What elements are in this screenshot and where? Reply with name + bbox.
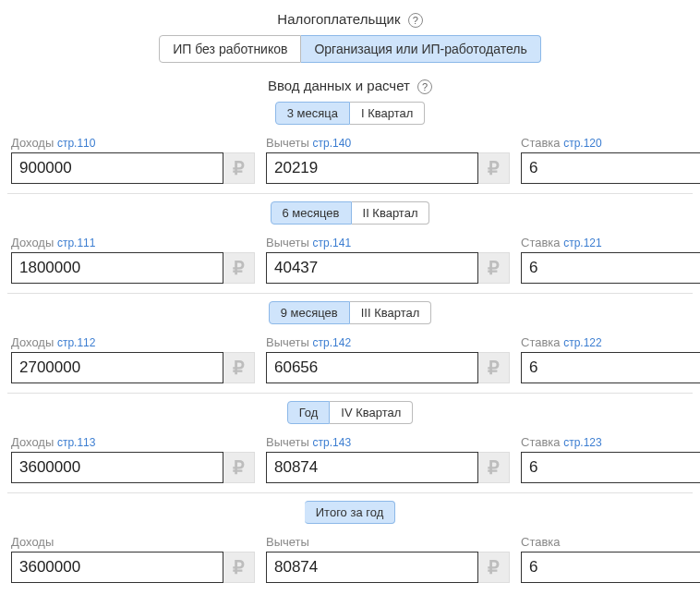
deduct-page-ref: стр.141 <box>313 237 352 249</box>
period-toggle: 9 месяцевIII Квартал <box>7 301 693 324</box>
rate-input[interactable] <box>521 452 700 483</box>
ruble-icon: ₽ <box>478 252 510 284</box>
period-tab[interactable]: 6 месяцев <box>271 201 352 225</box>
total-rate-input[interactable] <box>521 552 700 583</box>
income-input[interactable] <box>11 152 223 184</box>
deduct-label: Вычеты стр.142 <box>266 335 510 349</box>
taxpayer-toggle: ИП без работников Организация или ИП-раб… <box>7 35 693 63</box>
help-icon[interactable]: ? <box>417 79 432 94</box>
total-toggle: Итого за год <box>7 501 693 524</box>
ruble-icon: ₽ <box>223 252 255 284</box>
period-row: Доходы стр.112₽Вычеты стр.142₽Ставка стр… <box>7 332 693 394</box>
ruble-icon: ₽ <box>223 152 255 184</box>
total-tab[interactable]: Итого за год <box>305 501 395 524</box>
rate-label: Ставка стр.121 <box>521 236 700 249</box>
period-row: Доходы стр.111₽Вычеты стр.141₽Ставка стр… <box>7 232 693 294</box>
rate-label-text: Ставка <box>521 435 561 449</box>
rate-label-text: Ставка <box>521 236 561 249</box>
taxpayer-title: Налогоплательщик ? <box>7 11 693 28</box>
period-tab[interactable]: 3 месяца <box>275 102 350 125</box>
income-label: Доходы стр.113 <box>11 435 255 449</box>
deduct-input[interactable] <box>266 352 478 383</box>
deduct-label-text: Вычеты <box>266 236 309 249</box>
period-tab[interactable]: IV Квартал <box>330 401 413 424</box>
period-toggle: ГодIV Квартал <box>7 401 693 424</box>
ruble-icon: ₽ <box>223 452 255 483</box>
rate-label: Ставка стр.123 <box>521 435 700 449</box>
deduct-input[interactable] <box>266 452 478 483</box>
total-row: Доходы₽Вычеты₽Ставка%Налог₽ <box>7 531 693 592</box>
income-label-text: Доходы <box>11 136 54 150</box>
deduct-page-ref: стр.140 <box>313 137 352 150</box>
total-rate-label: Ставка <box>521 535 700 549</box>
rate-label-text: Ставка <box>521 335 561 349</box>
help-icon[interactable]: ? <box>408 13 423 28</box>
total-rate-label-text: Ставка <box>521 535 561 549</box>
period-tab[interactable]: I Квартал <box>350 102 425 125</box>
rate-page-ref: стр.121 <box>563 237 602 249</box>
rate-page-ref: стр.122 <box>563 336 602 349</box>
deduct-label-text: Вычеты <box>266 136 309 150</box>
deduct-label: Вычеты стр.141 <box>266 236 510 249</box>
income-label-text: Доходы <box>11 435 54 449</box>
ruble-icon: ₽ <box>478 352 510 383</box>
income-input[interactable] <box>11 352 223 383</box>
ruble-icon: ₽ <box>478 452 510 483</box>
ruble-icon: ₽ <box>478 552 510 583</box>
income-label: Доходы стр.110 <box>11 136 255 150</box>
deduct-label-text: Вычеты <box>266 335 309 349</box>
deduct-label-text: Вычеты <box>266 435 309 449</box>
income-label: Доходы стр.111 <box>11 236 255 249</box>
ruble-icon: ₽ <box>223 352 255 383</box>
deduct-label: Вычеты стр.140 <box>266 136 510 150</box>
period-tab[interactable]: Год <box>287 401 331 424</box>
income-page-ref: стр.110 <box>57 137 96 150</box>
deduct-page-ref: стр.142 <box>313 336 352 349</box>
period-tab[interactable]: 9 месяцев <box>269 301 350 324</box>
income-label-text: Доходы <box>11 236 54 249</box>
ruble-icon: ₽ <box>223 552 255 583</box>
income-page-ref: стр.112 <box>57 336 96 349</box>
rate-input[interactable] <box>521 252 700 284</box>
income-input[interactable] <box>11 252 223 284</box>
income-label: Доходы стр.112 <box>11 335 255 349</box>
period-toggle: 6 месяцевII Квартал <box>7 201 693 225</box>
taxpayer-title-text: Налогоплательщик <box>277 11 400 27</box>
total-deduct-label-text: Вычеты <box>266 535 309 549</box>
period-tab[interactable]: II Квартал <box>352 201 430 225</box>
deduct-input[interactable] <box>266 152 478 184</box>
period-toggle: 3 месяцаI Квартал <box>7 102 693 125</box>
deduct-input[interactable] <box>266 252 478 284</box>
period-row: Доходы стр.110₽Вычеты стр.140₽Ставка стр… <box>7 132 693 194</box>
total-deduct-label: Вычеты <box>266 535 510 549</box>
taxpayer-option-ip[interactable]: ИП без работников <box>159 35 301 63</box>
deduct-label: Вычеты стр.143 <box>266 435 510 449</box>
ruble-icon: ₽ <box>478 152 510 184</box>
rate-page-ref: стр.120 <box>563 137 602 150</box>
income-label-text: Доходы <box>11 335 54 349</box>
period-tab[interactable]: III Квартал <box>350 301 432 324</box>
rate-input[interactable] <box>521 352 700 383</box>
deduct-page-ref: стр.143 <box>313 436 352 449</box>
total-income-input[interactable] <box>11 552 223 583</box>
period-row: Доходы стр.113₽Вычеты стр.143₽Ставка стр… <box>7 431 693 493</box>
data-entry-title: Ввод данных и расчет ? <box>7 78 693 94</box>
income-page-ref: стр.111 <box>57 237 96 249</box>
taxpayer-option-org[interactable]: Организация или ИП-работодатель <box>301 35 540 63</box>
rate-input[interactable] <box>521 152 700 184</box>
rate-label: Ставка стр.122 <box>521 335 700 349</box>
rate-page-ref: стр.123 <box>563 436 602 449</box>
rate-label-text: Ставка <box>521 136 561 150</box>
data-entry-title-text: Ввод данных и расчет <box>268 78 410 93</box>
income-input[interactable] <box>11 452 223 483</box>
rate-label: Ставка стр.120 <box>521 136 700 150</box>
total-deduct-input[interactable] <box>266 552 478 583</box>
total-income-label-text: Доходы <box>11 535 54 549</box>
income-page-ref: стр.113 <box>57 436 96 449</box>
total-income-label: Доходы <box>11 535 255 549</box>
